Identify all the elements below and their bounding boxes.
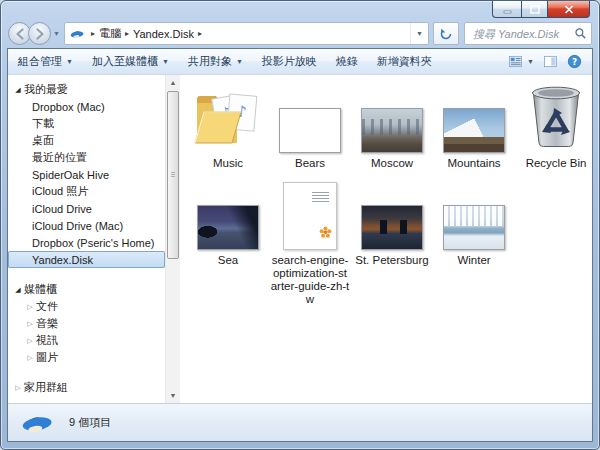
sidebar-section-libraries[interactable]: ◢媒體櫃 [8, 281, 165, 298]
sidebar-section-homegroup[interactable]: ▷家用群組 [8, 379, 165, 396]
sidebar-item-documents[interactable]: ▷文件 [8, 298, 165, 315]
thumbnail-area [443, 83, 505, 153]
music-folder-icon: ♪♪ [194, 89, 262, 153]
scrollbar-track[interactable] [166, 90, 180, 388]
organize-button[interactable]: 組合管理▼ [18, 54, 73, 69]
file-item-seo-guide-document[interactable]: search-engine-optimization-starter-guide… [269, 180, 351, 306]
change-view-button[interactable]: ▼ [508, 54, 534, 69]
file-item-bears-image[interactable]: Bears [269, 83, 351, 170]
sidebar-item-label: Yandex.Disk [32, 254, 93, 266]
slideshow-button[interactable]: 投影片放映 [262, 54, 317, 69]
expand-expander-icon[interactable]: ▷ [24, 320, 36, 328]
chevron-down-icon: ▼ [236, 58, 243, 65]
sidebar-item-label: iCloud Drive (Mac) [32, 220, 123, 232]
document-text-lines [312, 192, 329, 202]
file-item-winter-image[interactable]: Winter [433, 180, 515, 306]
collapse-expander-icon[interactable]: ◢ [12, 286, 24, 294]
thumbnail-area [529, 83, 583, 153]
sidebar-section-favorites[interactable]: ◢我的最愛 [8, 81, 165, 98]
file-item-label: Recycle Bin [526, 157, 587, 170]
slideshow-button-label: 投影片放映 [262, 54, 317, 69]
search-icon[interactable] [574, 27, 587, 40]
file-item-recycle-bin[interactable]: Recycle Bin [515, 83, 592, 170]
address-bar[interactable]: ▸電腦▸Yandex.Disk▸▼ [64, 22, 429, 45]
file-item-st-petersburg-image[interactable]: St. Petersburg [351, 180, 433, 306]
close-icon [564, 5, 574, 14]
minimize-icon [503, 5, 512, 14]
expand-expander-icon[interactable]: ▷ [24, 354, 36, 362]
pdf-document-thumbnail [283, 182, 337, 250]
search-box [464, 22, 592, 45]
preview-pane-button[interactable] [543, 54, 558, 69]
refresh-button[interactable] [433, 22, 459, 45]
forward-button[interactable] [28, 22, 51, 45]
sidebar-item-label: Dropbox (Pseric's Home) [32, 237, 155, 249]
file-item-sea-image[interactable]: Sea [187, 180, 269, 306]
help-button[interactable]: ? [567, 54, 582, 69]
sea-image-thumbnail [197, 205, 259, 250]
file-item-moscow-image[interactable]: Moscow [351, 83, 433, 170]
file-grid: ♪♪MusicBearsMoscowMountainsRecycle BinSe… [187, 83, 592, 316]
st-petersburg-image-thumbnail [361, 205, 423, 250]
sidebar-item-icloud-drive-mac[interactable]: iCloud Drive (Mac) [8, 217, 165, 234]
scrollbar-thumb[interactable] [167, 91, 179, 259]
window-controls [492, 1, 590, 18]
file-item-music-folder[interactable]: ♪♪Music [187, 83, 269, 170]
minimize-button[interactable] [492, 1, 521, 18]
breadcrumb-yandex-disk[interactable]: Yandex.Disk [133, 28, 194, 40]
include-in-library-button[interactable]: 加入至媒體櫃▼ [92, 54, 169, 69]
sidebar-item-label: 桌面 [32, 133, 54, 148]
expand-expander-icon[interactable]: ▷ [24, 337, 36, 345]
scroll-down-arrow-icon[interactable]: ▼ [166, 388, 180, 403]
sidebar-item-icloud-drive[interactable]: iCloud Drive [8, 200, 165, 217]
back-arrow-icon [14, 28, 26, 40]
recent-pages-chevron[interactable]: ▼ [51, 30, 64, 37]
sidebar-section-label: 我的最愛 [24, 82, 68, 97]
maximize-icon [530, 5, 540, 14]
thumbnail-area [283, 180, 337, 250]
expand-expander-icon[interactable]: ▷ [12, 384, 24, 392]
address-dropdown-button[interactable]: ▼ [410, 23, 428, 44]
new-folder-button[interactable]: 新增資料夾 [377, 54, 432, 69]
sidebar-item-yandex-disk[interactable]: Yandex.Disk [8, 251, 165, 268]
yandex-disk-logo [19, 410, 55, 436]
share-with-button-label: 共用對象 [188, 54, 232, 69]
sidebar-item-label: 最近的位置 [32, 150, 87, 165]
file-item-mountains-image[interactable]: Mountains [433, 83, 515, 170]
navigation-bar: ▼ ▸電腦▸Yandex.Disk▸▼ [1, 20, 599, 47]
sidebar-item-music[interactable]: ▷音樂 [8, 315, 165, 332]
sidebar-item-dropbox-pseric[interactable]: Dropbox (Pseric's Home) [8, 234, 165, 251]
scroll-up-arrow-icon[interactable]: ▲ [166, 75, 180, 90]
sidebar-item-icloud-photos[interactable]: iCloud 照片 [8, 183, 165, 200]
collapse-expander-icon[interactable]: ◢ [12, 86, 24, 94]
explorer-window: ▼ ▸電腦▸Yandex.Disk▸▼ 組合管理▼加入至媒體櫃▼共用對象▼投影片… [0, 0, 600, 450]
maximize-button[interactable] [521, 1, 548, 18]
file-item-label: St. Petersburg [355, 254, 429, 267]
sidebar-scrollbar[interactable]: ▲ ▼ [165, 75, 180, 403]
items-count: 9 個項目 [69, 415, 111, 430]
sidebar-item-desktop[interactable]: 桌面 [8, 132, 165, 149]
thumbnail-area [197, 180, 259, 250]
titlebar[interactable] [1, 1, 599, 20]
close-button[interactable] [548, 1, 590, 18]
sidebar-item-dropbox-mac[interactable]: Dropbox (Mac) [8, 98, 165, 115]
search-input[interactable] [471, 27, 574, 41]
bears-image-thumbnail [279, 108, 341, 153]
flower-logo-icon [319, 225, 332, 243]
sidebar-item-spideroak-hive[interactable]: SpiderOak Hive [8, 166, 165, 183]
burn-button[interactable]: 燒錄 [336, 54, 358, 69]
section-gap [8, 366, 165, 379]
new-folder-button-label: 新增資料夾 [377, 54, 432, 69]
breadcrumb-computer[interactable]: 電腦 [99, 26, 121, 41]
share-with-button[interactable]: 共用對象▼ [188, 54, 243, 69]
sidebar-item-pictures[interactable]: ▷圖片 [8, 349, 165, 366]
sidebar-item-label: 下載 [32, 116, 54, 131]
file-item-label: search-engine-optimization-starter-guide… [270, 254, 350, 306]
views-icon [508, 54, 523, 69]
thumbnail-area [361, 83, 423, 153]
sidebar-item-videos[interactable]: ▷視訊 [8, 332, 165, 349]
sidebar-item-recent-places[interactable]: 最近的位置 [8, 149, 165, 166]
sidebar-item-downloads[interactable]: 下載 [8, 115, 165, 132]
expand-expander-icon[interactable]: ▷ [24, 303, 36, 311]
file-list-area[interactable]: ♪♪MusicBearsMoscowMountainsRecycle BinSe… [180, 75, 592, 403]
